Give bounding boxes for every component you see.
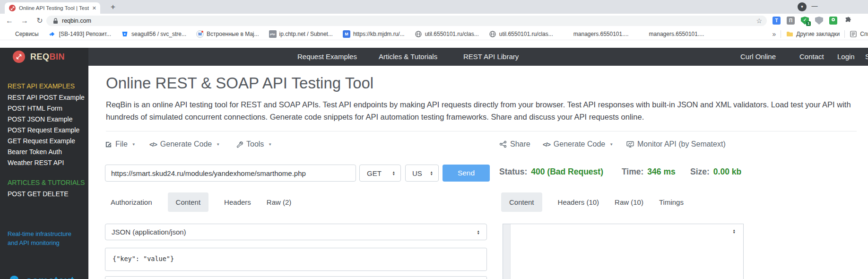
sidebar-item-weather-rest-api[interactable]: Weather REST API [8, 159, 64, 166]
bookmark-item-services[interactable]: Сервисы [5, 30, 39, 38]
bookmark-item-util-2[interactable]: util.6550101.ru/clas... [489, 30, 553, 38]
extensions-puzzle-icon[interactable] [844, 17, 852, 25]
editor-gutter [503, 224, 511, 279]
tools-menu-button[interactable]: Tools▼ [236, 140, 272, 148]
other-bookmarks-button[interactable]: Другие закладки [786, 30, 840, 38]
bookmark-item-chtp[interactable]: php ip.chtp.net / Subnet... [269, 30, 333, 38]
share-button[interactable]: Share [499, 140, 530, 148]
tab-response-headers[interactable]: Headers (10) [558, 198, 599, 206]
select-arrows-icon: ▲▼ [392, 171, 395, 175]
method-select[interactable]: GET ▲▼ [359, 165, 401, 182]
scroll-arrows-icon: ▲▼ [733, 229, 736, 234]
nav-link-signup[interactable]: S [865, 48, 868, 66]
bookmark-item-managers-1[interactable]: managers.6550101.... [563, 30, 629, 38]
globe-icon [415, 30, 422, 38]
sidebar-item-post-request-example[interactable]: POST Request Example [8, 126, 79, 134]
request-url-input[interactable] [105, 165, 356, 182]
region-select[interactable]: US ▲▼ [405, 165, 439, 182]
request-body-editor-area[interactable] [105, 276, 487, 279]
tab-response-raw[interactable]: Raw (10) [615, 198, 643, 206]
sidebar-item-post-json-example[interactable]: POST JSON Example [8, 115, 72, 123]
window-minimize-button[interactable]: — [804, 0, 825, 13]
nav-link-curl-online[interactable]: Curl Online [740, 48, 776, 66]
file-edit-icon [105, 141, 112, 148]
squares-icon [563, 30, 571, 38]
new-tab-button[interactable]: + [108, 2, 118, 12]
extension-adguard-icon[interactable]: ✓ 1 [801, 17, 809, 25]
sidebar-item-rest-api-post-example[interactable]: REST API POST Example [8, 94, 85, 101]
extension-pocket-icon[interactable]: П [787, 17, 795, 25]
logo-text-bin: BIN [50, 52, 65, 61]
request-body-editor[interactable]: {"key": "value"} [105, 248, 487, 271]
bookmark-item-majordomo[interactable]: M Встроенные в Maj... [196, 30, 259, 38]
back-button[interactable]: ← [4, 15, 15, 26]
sidebar-heading-rest-api-examples[interactable]: REST API EXAMPLES [8, 82, 75, 90]
nav-link-rest-api-library[interactable]: REST API Library [463, 48, 519, 66]
reqbin-logo[interactable]: REQBIN [0, 48, 88, 66]
bookmark-item-util-1[interactable]: util.6550101.ru/clas... [415, 30, 479, 38]
code-icon: </> [543, 141, 550, 148]
bookmark-item-managers-2[interactable]: managers.6550101.... [639, 30, 704, 38]
divider [106, 131, 857, 131]
tab-close-icon[interactable]: ✕ [92, 5, 96, 11]
browser-tab-active[interactable]: Online API Testing Tool | Test You ✕ [5, 2, 100, 14]
page-title: Online REST & SOAP API Testing Tool [106, 74, 373, 92]
extension-translate-icon[interactable]: T [773, 17, 781, 25]
extension-shield-icon[interactable] [815, 17, 823, 25]
sidebar-item-post-get-delete[interactable]: POST GET DELETE [8, 190, 69, 198]
sematext-tagline-line2[interactable]: and API monitoring [8, 239, 60, 246]
nav-link-login[interactable]: Login [837, 48, 855, 66]
size-value: 0.00 kb [713, 167, 741, 176]
time-value: 346 ms [647, 167, 675, 176]
status-label: Status: [499, 167, 527, 176]
tab-response-content[interactable]: Content [501, 192, 542, 212]
request-generate-code-button[interactable]: </> Generate Code▼ [149, 140, 220, 148]
response-time: Time:346 ms [622, 167, 676, 177]
tab-response-timings[interactable]: Timings [659, 198, 684, 206]
site-navbar: REQBIN Request Examples Articles & Tutor… [0, 48, 868, 66]
squares-icon [639, 30, 646, 38]
sematext-logo[interactable]: sematext [7, 274, 74, 279]
tab-request-headers[interactable]: Headers [224, 198, 251, 206]
m-circle-icon: M [196, 30, 204, 38]
sidebar-item-get-request-example[interactable]: GET Request Example [8, 137, 75, 145]
status-value: 400 (Bad Request) [531, 167, 603, 176]
bookmarks-separator [781, 30, 781, 38]
jira-icon [49, 30, 56, 38]
monitor-api-link[interactable]: Monitor API (by Sematext) [626, 140, 726, 148]
share-icon [499, 140, 507, 148]
bookmarks-overflow-chevron[interactable]: » [773, 30, 776, 38]
chevron-down-icon: ▼ [609, 142, 613, 147]
nav-link-request-examples[interactable]: Request Examples [297, 48, 357, 66]
bookmark-item-jira[interactable]: [SB-1493] Репозит... [49, 30, 111, 38]
tab-request-content[interactable]: Content [168, 192, 209, 212]
browser-toolbar: ← → ↻ reqbin.com ☆ T П ✓ 1 [0, 14, 868, 27]
bookmark-star-icon[interactable]: ☆ [756, 17, 762, 25]
file-menu-button[interactable]: File▼ [105, 140, 136, 148]
tab-request-raw[interactable]: Raw (2) [267, 198, 292, 206]
reload-button[interactable]: ↻ [34, 15, 45, 26]
send-button[interactable]: Send [443, 165, 490, 182]
response-generate-code-button[interactable]: </> Generate Code▼ [543, 140, 613, 148]
content-type-select[interactable]: JSON (application/json) ▲▼ [105, 224, 487, 240]
nav-link-contact[interactable]: Contact [799, 48, 824, 66]
chevron-down-icon: ▼ [268, 142, 272, 147]
forward-button[interactable]: → [19, 15, 30, 26]
sematext-tagline-line1[interactable]: Real-time infrastructure [8, 230, 71, 237]
sidebar-item-post-html-form[interactable]: POST HTML Form [8, 105, 62, 112]
nav-link-articles-tutorials[interactable]: Articles & Tutorials [379, 48, 437, 66]
sidebar-heading-articles-tutorials[interactable]: ARTICLES & TUTORIALS [8, 179, 85, 186]
response-content-box[interactable]: ▲▼ [503, 224, 744, 279]
chevron-down-icon: ▼ [132, 142, 136, 147]
address-bar[interactable]: reqbin.com ☆ [46, 16, 767, 26]
response-status: Status:400 (Bad Request) [499, 167, 603, 177]
reading-list-button[interactable]: Списо [850, 30, 868, 38]
tab-authorization[interactable]: Authorization [111, 198, 152, 206]
bookmark-item-kb-mjdm[interactable]: M https://kb.mjdm.ru/... [343, 30, 405, 38]
bookmark-item-bitbucket[interactable]: seagull56 / svc_stre... [121, 30, 186, 38]
sidebar: REST API EXAMPLES REST API POST Example … [0, 66, 88, 279]
extension-screenshot-icon[interactable] [829, 17, 837, 25]
sidebar-item-bearer-token-auth[interactable]: Bearer Token Auth [8, 148, 62, 156]
tab-title: Online API Testing Tool | Test You [19, 5, 89, 11]
bitbucket-icon [121, 30, 129, 38]
